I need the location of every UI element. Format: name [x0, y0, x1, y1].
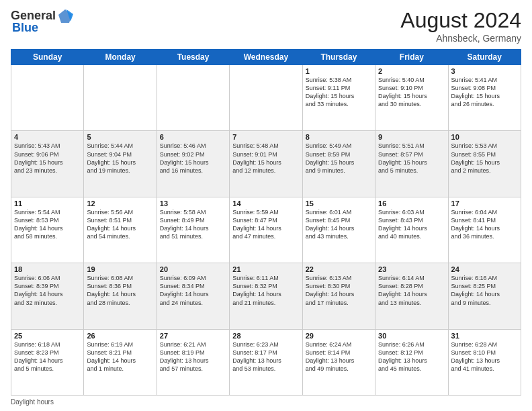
calendar-day-cell: 10Sunrise: 5:53 AM Sunset: 8:55 PM Dayli… — [448, 131, 521, 197]
day-number: 29 — [306, 332, 372, 340]
calendar-week-row: 18Sunrise: 6:06 AM Sunset: 8:39 PM Dayli… — [11, 263, 521, 329]
calendar-day-cell: 19Sunrise: 6:08 AM Sunset: 8:36 PM Dayli… — [84, 263, 157, 329]
logo-icon — [57, 8, 73, 24]
calendar-day-cell: 14Sunrise: 5:59 AM Sunset: 8:47 PM Dayli… — [230, 197, 302, 263]
calendar-day-cell — [230, 65, 302, 131]
day-info: Sunrise: 6:28 AM Sunset: 8:10 PM Dayligh… — [451, 340, 518, 373]
day-number: 7 — [232, 133, 299, 141]
calendar-week-row: 25Sunrise: 6:18 AM Sunset: 8:23 PM Dayli… — [11, 329, 521, 395]
calendar-day-cell: 4Sunrise: 5:43 AM Sunset: 9:06 PM Daylig… — [11, 131, 84, 197]
day-number: 5 — [87, 133, 153, 141]
calendar-day-cell: 29Sunrise: 6:24 AM Sunset: 8:14 PM Dayli… — [302, 329, 375, 395]
day-info: Sunrise: 6:24 AM Sunset: 8:14 PM Dayligh… — [306, 340, 372, 373]
day-number: 28 — [232, 332, 299, 340]
day-info: Sunrise: 5:41 AM Sunset: 9:08 PM Dayligh… — [451, 76, 518, 109]
calendar-day-cell: 16Sunrise: 6:03 AM Sunset: 8:43 PM Dayli… — [375, 197, 448, 263]
day-info: Sunrise: 5:38 AM Sunset: 9:11 PM Dayligh… — [306, 76, 372, 109]
day-number: 4 — [14, 133, 81, 141]
day-info: Sunrise: 6:21 AM Sunset: 8:19 PM Dayligh… — [160, 340, 226, 373]
day-info: Sunrise: 6:04 AM Sunset: 8:41 PM Dayligh… — [451, 208, 518, 241]
day-info: Sunrise: 5:59 AM Sunset: 8:47 PM Dayligh… — [232, 208, 299, 241]
calendar-day-cell: 23Sunrise: 6:14 AM Sunset: 8:28 PM Dayli… — [375, 263, 448, 329]
day-info: Sunrise: 6:23 AM Sunset: 8:17 PM Dayligh… — [232, 340, 299, 373]
calendar-day-cell: 5Sunrise: 5:44 AM Sunset: 9:04 PM Daylig… — [84, 131, 157, 197]
calendar-day-cell: 8Sunrise: 5:49 AM Sunset: 8:59 PM Daylig… — [302, 131, 375, 197]
day-number: 11 — [14, 199, 81, 208]
day-number: 1 — [306, 67, 372, 75]
day-info: Sunrise: 6:11 AM Sunset: 8:32 PM Dayligh… — [232, 274, 299, 307]
calendar-day-cell: 15Sunrise: 6:01 AM Sunset: 8:45 PM Dayli… — [302, 197, 375, 263]
calendar-day-header: Monday — [84, 50, 157, 65]
logo-blue-text: Blue — [12, 21, 38, 35]
calendar-day-cell: 11Sunrise: 5:54 AM Sunset: 8:53 PM Dayli… — [11, 197, 84, 263]
day-number: 3 — [451, 67, 518, 75]
logo: General Blue — [11, 8, 73, 35]
day-number: 9 — [378, 133, 445, 141]
calendar-day-cell: 27Sunrise: 6:21 AM Sunset: 8:19 PM Dayli… — [157, 329, 229, 395]
calendar-day-cell: 2Sunrise: 5:40 AM Sunset: 9:10 PM Daylig… — [375, 65, 448, 131]
day-number: 2 — [378, 67, 445, 75]
calendar-day-header: Thursday — [302, 50, 375, 65]
calendar-day-cell: 30Sunrise: 6:26 AM Sunset: 8:12 PM Dayli… — [375, 329, 448, 395]
day-number: 24 — [451, 265, 518, 273]
calendar-day-cell — [11, 65, 84, 131]
day-number: 30 — [378, 332, 445, 340]
day-info: Sunrise: 6:14 AM Sunset: 8:28 PM Dayligh… — [378, 274, 445, 307]
day-number: 18 — [14, 265, 81, 273]
calendar-week-row: 4Sunrise: 5:43 AM Sunset: 9:06 PM Daylig… — [11, 131, 521, 197]
day-number: 26 — [87, 332, 153, 340]
day-number: 27 — [160, 332, 226, 340]
day-info: Sunrise: 5:44 AM Sunset: 9:04 PM Dayligh… — [87, 142, 153, 175]
calendar-day-cell — [157, 65, 229, 131]
calendar-day-cell: 6Sunrise: 5:46 AM Sunset: 9:02 PM Daylig… — [157, 131, 229, 197]
calendar-day-header: Sunday — [11, 50, 84, 65]
calendar-week-row: 11Sunrise: 5:54 AM Sunset: 8:53 PM Dayli… — [11, 197, 521, 263]
day-info: Sunrise: 5:40 AM Sunset: 9:10 PM Dayligh… — [378, 76, 445, 109]
day-info: Sunrise: 6:03 AM Sunset: 8:43 PM Dayligh… — [378, 208, 445, 241]
day-info: Sunrise: 6:09 AM Sunset: 8:34 PM Dayligh… — [160, 274, 226, 307]
day-number: 10 — [451, 133, 518, 141]
day-info: Sunrise: 6:26 AM Sunset: 8:12 PM Dayligh… — [378, 340, 445, 373]
calendar-day-cell: 7Sunrise: 5:48 AM Sunset: 9:01 PM Daylig… — [230, 131, 302, 197]
calendar-day-cell: 1Sunrise: 5:38 AM Sunset: 9:11 PM Daylig… — [302, 65, 375, 131]
page: General Blue August 2024 Ahnsbeck, Germa… — [0, 0, 532, 411]
title-block: August 2024 Ahnsbeck, Germany — [400, 8, 521, 44]
day-info: Sunrise: 6:19 AM Sunset: 8:21 PM Dayligh… — [87, 340, 153, 373]
day-info: Sunrise: 5:53 AM Sunset: 8:55 PM Dayligh… — [451, 142, 518, 175]
calendar-day-header: Saturday — [448, 50, 521, 65]
day-number: 17 — [451, 199, 518, 208]
day-number: 20 — [160, 265, 226, 273]
day-number: 16 — [378, 199, 445, 208]
calendar-header-row: SundayMondayTuesdayWednesdayThursdayFrid… — [11, 50, 521, 65]
calendar-day-cell: 26Sunrise: 6:19 AM Sunset: 8:21 PM Dayli… — [84, 329, 157, 395]
day-info: Sunrise: 6:08 AM Sunset: 8:36 PM Dayligh… — [87, 274, 153, 307]
calendar-day-cell: 24Sunrise: 6:16 AM Sunset: 8:25 PM Dayli… — [448, 263, 521, 329]
day-info: Sunrise: 5:43 AM Sunset: 9:06 PM Dayligh… — [14, 142, 81, 175]
day-number: 21 — [232, 265, 299, 273]
day-info: Sunrise: 6:06 AM Sunset: 8:39 PM Dayligh… — [14, 274, 81, 307]
calendar-day-cell: 20Sunrise: 6:09 AM Sunset: 8:34 PM Dayli… — [157, 263, 229, 329]
header: General Blue August 2024 Ahnsbeck, Germa… — [11, 8, 521, 44]
calendar-day-cell: 12Sunrise: 5:56 AM Sunset: 8:51 PM Dayli… — [84, 197, 157, 263]
calendar-day-cell: 31Sunrise: 6:28 AM Sunset: 8:10 PM Dayli… — [448, 329, 521, 395]
day-number: 12 — [87, 199, 153, 208]
day-info: Sunrise: 5:46 AM Sunset: 9:02 PM Dayligh… — [160, 142, 226, 175]
calendar-day-cell: 17Sunrise: 6:04 AM Sunset: 8:41 PM Dayli… — [448, 197, 521, 263]
month-year: August 2024 — [400, 8, 521, 33]
day-info: Sunrise: 6:18 AM Sunset: 8:23 PM Dayligh… — [14, 340, 81, 373]
day-info: Sunrise: 6:16 AM Sunset: 8:25 PM Dayligh… — [451, 274, 518, 307]
footer-note: Daylight hours — [11, 398, 521, 406]
day-info: Sunrise: 5:56 AM Sunset: 8:51 PM Dayligh… — [87, 208, 153, 241]
day-number: 23 — [378, 265, 445, 273]
calendar-day-cell: 18Sunrise: 6:06 AM Sunset: 8:39 PM Dayli… — [11, 263, 84, 329]
calendar-day-cell: 3Sunrise: 5:41 AM Sunset: 9:08 PM Daylig… — [448, 65, 521, 131]
calendar-day-cell: 25Sunrise: 6:18 AM Sunset: 8:23 PM Dayli… — [11, 329, 84, 395]
day-info: Sunrise: 5:49 AM Sunset: 8:59 PM Dayligh… — [306, 142, 372, 175]
calendar-day-cell: 21Sunrise: 6:11 AM Sunset: 8:32 PM Dayli… — [230, 263, 302, 329]
calendar-day-header: Friday — [375, 50, 448, 65]
day-number: 31 — [451, 332, 518, 340]
day-number: 8 — [306, 133, 372, 141]
day-info: Sunrise: 5:54 AM Sunset: 8:53 PM Dayligh… — [14, 208, 81, 241]
day-info: Sunrise: 5:58 AM Sunset: 8:49 PM Dayligh… — [160, 208, 226, 241]
calendar-day-cell — [84, 65, 157, 131]
